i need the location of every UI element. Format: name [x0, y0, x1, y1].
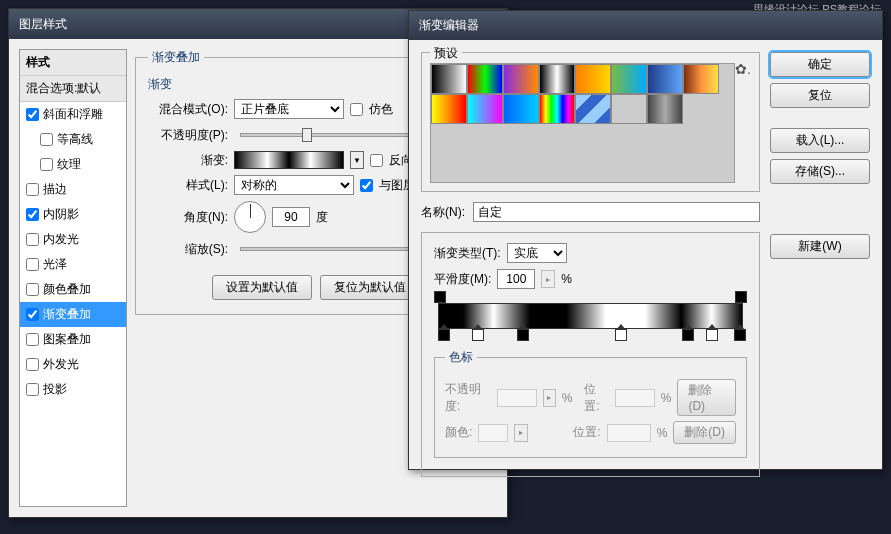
percent-label: % — [661, 391, 672, 405]
smoothness-input[interactable] — [497, 269, 535, 289]
style-item[interactable]: 颜色叠加 — [20, 277, 126, 302]
style-checkbox[interactable] — [26, 233, 39, 246]
save-button[interactable]: 存储(S)... — [770, 159, 870, 184]
color-stop[interactable] — [438, 329, 450, 341]
style-item-label: 图案叠加 — [43, 331, 91, 348]
preset-swatch[interactable] — [683, 64, 719, 94]
color-stop[interactable] — [615, 329, 627, 341]
style-checkbox[interactable] — [40, 133, 53, 146]
preset-swatch[interactable] — [431, 94, 467, 124]
style-item-label: 内发光 — [43, 231, 79, 248]
set-default-button[interactable]: 设置为默认值 — [212, 275, 312, 300]
opacity-stop[interactable] — [735, 291, 747, 303]
style-item[interactable]: 纹理 — [20, 152, 126, 177]
gradient-bar[interactable] — [438, 303, 743, 329]
stop-position-label: 位置: — [573, 424, 600, 441]
preset-swatch[interactable] — [467, 64, 503, 94]
style-select[interactable]: 对称的 — [234, 175, 354, 195]
color-stop[interactable] — [517, 329, 529, 341]
style-checkbox[interactable] — [26, 283, 39, 296]
stops-group: 色标 不透明度: ▸ % 位置: % 删除(D) 颜色: — [434, 349, 747, 458]
style-checkbox[interactable] — [26, 258, 39, 271]
gradient-preview[interactable] — [234, 151, 344, 169]
style-item-label: 斜面和浮雕 — [43, 106, 103, 123]
gradient-dropdown-icon[interactable]: ▼ — [350, 151, 364, 169]
stop-position-input — [615, 389, 655, 407]
smoothness-unit: % — [561, 272, 572, 286]
new-button[interactable]: 新建(W) — [770, 234, 870, 259]
style-checkbox[interactable] — [26, 333, 39, 346]
delete-color-stop-button: 删除(D) — [673, 421, 736, 444]
percent-label: % — [657, 426, 668, 440]
stops-legend: 色标 — [445, 349, 477, 366]
blend-mode-label: 混合模式(O): — [148, 101, 228, 118]
color-stop[interactable] — [472, 329, 484, 341]
gradient-subgroup-legend: 渐变 — [144, 76, 176, 93]
style-item[interactable]: 等高线 — [20, 127, 126, 152]
preset-swatch[interactable] — [611, 94, 647, 124]
angle-unit: 度 — [316, 209, 328, 226]
opacity-stop[interactable] — [434, 291, 446, 303]
gradient-editor-titlebar[interactable]: 渐变编辑器 — [409, 11, 882, 40]
scale-slider[interactable] — [240, 247, 434, 251]
opacity-slider[interactable] — [240, 133, 434, 137]
name-label: 名称(N): — [421, 204, 465, 221]
presets-label: 预设 — [430, 45, 462, 62]
cancel-button[interactable]: 复位 — [770, 83, 870, 108]
style-checkbox[interactable] — [26, 108, 39, 121]
style-item[interactable]: 内阴影 — [20, 202, 126, 227]
align-checkbox[interactable] — [360, 179, 373, 192]
preset-swatch[interactable] — [647, 94, 683, 124]
preset-swatch[interactable] — [503, 94, 539, 124]
dither-checkbox[interactable] — [350, 103, 363, 116]
chevron-right-icon: ▸ — [514, 424, 528, 442]
reset-default-button[interactable]: 复位为默认值 — [320, 275, 420, 300]
style-checkbox[interactable] — [40, 158, 53, 171]
gradient-type-select[interactable]: 实底 — [507, 243, 567, 263]
preset-swatch[interactable] — [467, 94, 503, 124]
style-item[interactable]: 斜面和浮雕 — [20, 102, 126, 127]
style-item[interactable]: 渐变叠加 — [20, 302, 126, 327]
preset-swatch[interactable] — [539, 94, 575, 124]
preset-swatch[interactable] — [503, 64, 539, 94]
style-checkbox[interactable] — [26, 383, 39, 396]
style-item-label: 内阴影 — [43, 206, 79, 223]
styles-header[interactable]: 样式 — [20, 50, 126, 76]
style-item[interactable]: 外发光 — [20, 352, 126, 377]
style-checkbox[interactable] — [26, 208, 39, 221]
angle-dial[interactable] — [234, 201, 266, 233]
color-stop[interactable] — [682, 329, 694, 341]
style-item-label: 颜色叠加 — [43, 281, 91, 298]
style-checkbox[interactable] — [26, 358, 39, 371]
reverse-checkbox[interactable] — [370, 154, 383, 167]
style-item[interactable]: 光泽 — [20, 252, 126, 277]
gradient-label: 渐变: — [148, 152, 228, 169]
blend-mode-select[interactable]: 正片叠底 — [234, 99, 344, 119]
percent-label: % — [562, 391, 573, 405]
smoothness-label: 平滑度(M): — [434, 271, 491, 288]
preset-swatch[interactable] — [539, 64, 575, 94]
ok-button[interactable]: 确定 — [770, 52, 870, 77]
style-item[interactable]: 图案叠加 — [20, 327, 126, 352]
preset-swatch[interactable] — [575, 64, 611, 94]
style-item[interactable]: 内发光 — [20, 227, 126, 252]
preset-swatch[interactable] — [647, 64, 683, 94]
layer-style-title: 图层样式 — [19, 16, 67, 33]
gear-icon[interactable]: ✿. — [735, 61, 751, 77]
name-input[interactable] — [473, 202, 760, 222]
style-item[interactable]: 描边 — [20, 177, 126, 202]
style-item[interactable]: 投影 — [20, 377, 126, 402]
style-checkbox[interactable] — [26, 308, 39, 321]
blend-options-header[interactable]: 混合选项:默认 — [20, 76, 126, 102]
style-checkbox[interactable] — [26, 183, 39, 196]
preset-swatch[interactable] — [431, 64, 467, 94]
gradient-editor-title: 渐变编辑器 — [419, 17, 479, 34]
preset-swatch[interactable] — [611, 64, 647, 94]
smoothness-dropdown-icon[interactable]: ▸ — [541, 270, 555, 288]
angle-input[interactable] — [272, 207, 310, 227]
load-button[interactable]: 载入(L)... — [770, 128, 870, 153]
color-stop[interactable] — [706, 329, 718, 341]
style-item-label: 渐变叠加 — [43, 306, 91, 323]
color-stop[interactable] — [734, 329, 746, 341]
preset-swatch[interactable] — [575, 94, 611, 124]
